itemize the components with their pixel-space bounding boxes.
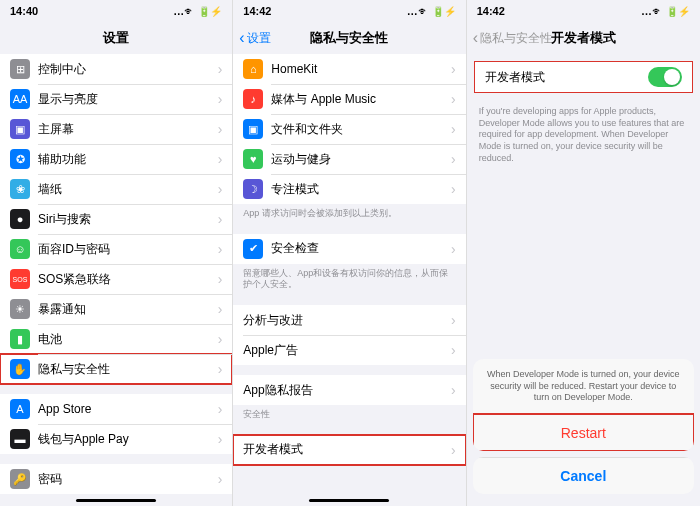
chevron-right-icon: › [218,401,223,417]
row-label: 控制中心 [38,61,218,78]
cancel-button[interactable]: Cancel [473,457,694,494]
settings-row[interactable]: ✔安全检查› [233,234,465,264]
settings-row[interactable]: ●Siri与搜索› [0,204,232,234]
settings-row[interactable]: ⊞控制中心› [0,54,232,84]
status-icons: …ᯤ 🔋⚡ [173,5,222,17]
row-icon: ● [10,209,30,229]
row-label: 密码 [38,471,218,488]
settings-row[interactable]: App隐私报告› [233,375,465,405]
row-icon: ♪ [243,89,263,109]
home-indicator[interactable] [76,499,156,502]
chevron-right-icon: › [451,382,456,398]
row-icon: ▣ [243,119,263,139]
sheet-main: When Developer Mode is turned on, your d… [473,359,694,451]
settings-row[interactable]: ☺面容ID与密码› [0,234,232,264]
settings-row[interactable]: ▬钱包与Apple Pay› [0,424,232,454]
row-label: SOS紧急联络 [38,271,218,288]
chevron-right-icon: › [218,181,223,197]
settings-row[interactable]: AA显示与亮度› [0,84,232,114]
row-icon: ✋ [10,359,30,379]
chevron-right-icon: › [218,331,223,347]
row-label: 面容ID与密码 [38,241,218,258]
settings-row[interactable]: 开发者模式› [233,435,465,465]
row-icon: ☀ [10,299,30,319]
row-label: 安全检查 [271,240,451,257]
chevron-right-icon: › [451,151,456,167]
home-indicator[interactable] [309,499,389,502]
settings-row[interactable]: ☽专注模式› [233,174,465,204]
settings-root: 14:40 …ᯤ 🔋⚡ 设置 ⊞控制中心›AA显示与亮度›▣主屏幕›✪辅助功能›… [0,0,233,506]
chevron-right-icon: › [218,431,223,447]
row-label: 专注模式 [271,181,451,198]
back-button[interactable]: ‹设置 [239,30,270,47]
chevron-right-icon: › [451,442,456,458]
row-label: 文件和文件夹 [271,121,451,138]
chevron-right-icon: › [451,241,456,257]
row-label: HomeKit [271,62,451,76]
status-icons: …ᯤ 🔋⚡ [407,5,456,17]
chevron-right-icon: › [218,151,223,167]
row-label: 隐私与安全性 [38,361,218,378]
status-bar: 14:40 …ᯤ 🔋⚡ [0,0,232,22]
chevron-left-icon: ‹ [239,30,244,46]
row-label: 媒体与 Apple Music [271,91,451,108]
settings-row[interactable]: Apple广告› [233,335,465,365]
privacy-list[interactable]: ⌂HomeKit›♪媒体与 Apple Music›▣文件和文件夹›♥运动与健身… [233,54,465,506]
row-icon: ✪ [10,149,30,169]
settings-row[interactable]: ♪媒体与 Apple Music› [233,84,465,114]
chevron-right-icon: › [218,121,223,137]
row-label: 钱包与Apple Pay [38,431,218,448]
row-icon: ▮ [10,329,30,349]
chevron-right-icon: › [218,241,223,257]
settings-list[interactable]: ⊞控制中心›AA显示与亮度›▣主屏幕›✪辅助功能›❀墙纸›●Siri与搜索›☺面… [0,54,232,506]
settings-row[interactable]: ▮电池› [0,324,232,354]
row-icon: ☽ [243,179,263,199]
sheet-cancel-group: Cancel [473,457,694,494]
chevron-right-icon: › [451,342,456,358]
privacy-security: 14:42 …ᯤ 🔋⚡ ‹设置 隐私与安全性 ⌂HomeKit›♪媒体与 App… [233,0,466,506]
row-icon: A [10,399,30,419]
row-label: Apple广告 [243,342,451,359]
row-label: 电池 [38,331,218,348]
settings-row[interactable]: ♥运动与健身› [233,144,465,174]
settings-row[interactable]: ❀墙纸› [0,174,232,204]
chevron-right-icon: › [218,211,223,227]
row-label: 分析与改进 [243,312,451,329]
row-label: 运动与健身 [271,151,451,168]
settings-row[interactable]: AApp Store› [0,394,232,424]
chevron-right-icon: › [451,181,456,197]
nav-title: 隐私与安全性 [310,29,388,47]
row-icon: ⌂ [243,59,263,79]
chevron-right-icon: › [218,91,223,107]
status-bar: 14:42 …ᯤ 🔋⚡ [233,0,465,22]
settings-row[interactable]: 分析与改进› [233,305,465,335]
footer-text: App 请求访问时会被添加到以上类别。 [233,204,465,224]
nav-bar: ‹设置 隐私与安全性 [233,22,465,54]
settings-row[interactable]: SOSSOS紧急联络› [0,264,232,294]
row-icon: AA [10,89,30,109]
row-icon: ✔ [243,239,263,259]
action-sheet: When Developer Mode is turned on, your d… [467,0,700,506]
settings-row[interactable]: ✋隐私与安全性› [0,354,232,384]
restart-button[interactable]: Restart [473,414,694,451]
chevron-right-icon: › [451,312,456,328]
row-label: App Store [38,402,218,416]
section-header: 安全性 [233,405,465,425]
settings-row[interactable]: ✪辅助功能› [0,144,232,174]
footer-text: 留意哪些人、App和设备有权访问你的信息，从而保护个人安全。 [233,264,465,295]
row-icon: ▣ [10,119,30,139]
settings-row[interactable]: ☀暴露通知› [0,294,232,324]
row-icon: 🔑 [10,469,30,489]
row-icon: ☺ [10,239,30,259]
row-label: 显示与亮度 [38,91,218,108]
row-label: 开发者模式 [243,441,451,458]
row-icon: SOS [10,269,30,289]
settings-row[interactable]: 🔑密码› [0,464,232,494]
chevron-right-icon: › [451,121,456,137]
nav-title: 设置 [103,29,129,47]
chevron-right-icon: › [218,361,223,377]
settings-row[interactable]: ⌂HomeKit› [233,54,465,84]
row-label: 主屏幕 [38,121,218,138]
settings-row[interactable]: ▣文件和文件夹› [233,114,465,144]
settings-row[interactable]: ▣主屏幕› [0,114,232,144]
